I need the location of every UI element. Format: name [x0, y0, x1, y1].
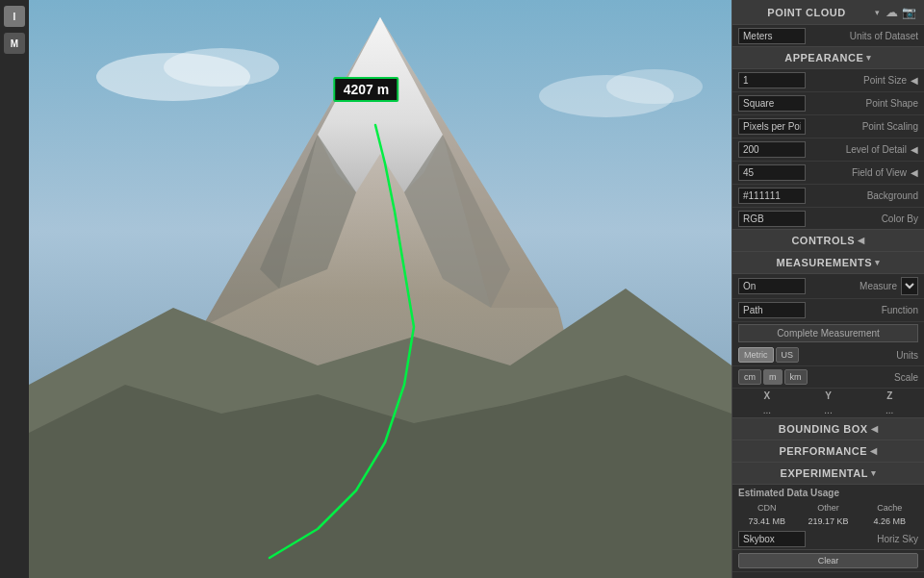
fov-row: Field of View ◀	[732, 162, 924, 185]
point-size-arrow[interactable]: ◀	[911, 75, 918, 86]
x-value: ...	[738, 405, 796, 415]
point-scaling-label: Point Scaling	[809, 121, 918, 132]
fov-label: Field of View	[809, 167, 907, 178]
point-shape-input[interactable]	[738, 95, 806, 112]
x-header: X	[738, 390, 796, 401]
lod-input[interactable]	[738, 141, 806, 158]
scale-km-btn[interactable]: km	[784, 369, 808, 385]
controls-arrow: ◀	[858, 236, 865, 245]
experimental-header[interactable]: EXPERIMENTAL ▾	[732, 463, 924, 485]
elevation-label: 4207 m	[334, 77, 398, 102]
xyz-header: X Y Z	[732, 389, 924, 403]
point-size-label: Point Size	[809, 75, 907, 86]
svg-point-4	[606, 69, 703, 104]
svg-marker-9	[380, 17, 558, 308]
bounding-box-header[interactable]: BOUNDING BOX ◀	[732, 418, 924, 440]
point-cloud-header: POINT CLOUD	[740, 7, 873, 18]
data-usage-labels: CDN Other Cache	[732, 501, 924, 515]
scale-label: Scale	[811, 372, 919, 383]
function-label: Function	[809, 305, 918, 315]
clear-btn[interactable]: Clear	[738, 553, 918, 568]
svg-marker-7	[404, 135, 510, 308]
clear-row: Clear	[732, 550, 924, 572]
scale-cm-btn[interactable]: cm	[738, 369, 761, 385]
svg-marker-6	[318, 17, 443, 192]
data-usage-values: 73.41 MB 219.17 KB 4.26 MB	[732, 515, 924, 528]
scale-row: cm m km Scale	[732, 366, 924, 389]
svg-marker-8	[260, 135, 356, 289]
z-header: Z	[860, 390, 918, 401]
measurements-arrow: ▾	[875, 258, 881, 267]
function-row: Function	[732, 299, 924, 322]
svg-marker-11	[29, 289, 732, 578]
controls-header[interactable]: CONTROLS ◀	[732, 230, 924, 252]
scale-m-btn[interactable]: m	[763, 369, 783, 385]
lod-label: Level of Detail	[809, 144, 907, 155]
left-toolbar: I M	[0, 0, 29, 578]
measure-on-row: Measure ▾	[732, 274, 924, 299]
data-usage-header: Estimated Data Usage	[732, 485, 924, 501]
toolbar-btn-i[interactable]: I	[4, 6, 25, 27]
point-scaling-input[interactable]	[738, 118, 806, 135]
units-label: Units of Dataset	[809, 31, 918, 41]
units-toggle-row: Metric US Units	[732, 344, 924, 366]
metric-btn[interactable]: Metric	[738, 347, 774, 363]
bounding-box-arrow: ◀	[871, 424, 879, 434]
svg-marker-10	[202, 17, 380, 327]
cloud-icon[interactable]: ☁	[886, 5, 898, 19]
background-row: Background	[732, 185, 924, 208]
other-value: 219.17 KB	[800, 516, 858, 526]
right-panel: POINT CLOUD ▾ ☁ 📷 Units of Dataset APPEA…	[732, 0, 924, 578]
horiz-sky-input[interactable]	[738, 531, 806, 547]
horiz-sky-label: Horiz Sky	[809, 534, 918, 544]
performance-header[interactable]: PERFORMANCE ◀	[732, 440, 924, 463]
y-value: ...	[800, 405, 858, 415]
cache-value: 4.26 MB	[860, 516, 918, 526]
fov-arrow[interactable]: ◀	[911, 167, 918, 178]
color-by-row: Color By	[732, 208, 924, 230]
background-input[interactable]	[738, 188, 806, 204]
appearance-header[interactable]: APPEARANCE ▾	[732, 47, 924, 69]
performance-arrow: ◀	[870, 446, 878, 456]
z-value: ...	[860, 405, 918, 415]
point-size-row: Point Size ◀	[732, 69, 924, 92]
point-shape-row: Point Shape	[732, 92, 924, 115]
experimental-arrow: ▾	[871, 468, 877, 478]
color-by-label: Color By	[809, 214, 918, 224]
svg-point-3	[539, 75, 674, 117]
measurements-header[interactable]: MEASUREMENTS ▾	[732, 252, 924, 274]
point-cloud-arrow: ▾	[875, 8, 880, 17]
us-btn[interactable]: US	[776, 347, 800, 363]
y-header: Y	[800, 390, 858, 401]
point-size-input[interactable]	[738, 72, 806, 88]
fov-input[interactable]	[738, 164, 806, 181]
main-viewport[interactable]: 4207 m	[29, 0, 732, 578]
svg-marker-12	[29, 375, 732, 578]
cdn-value: 73.41 MB	[738, 516, 796, 526]
point-shape-label: Point Shape	[809, 98, 918, 109]
cache-label: Cache	[860, 503, 918, 513]
background-label: Background	[809, 190, 918, 201]
color-by-input[interactable]	[738, 211, 806, 227]
measure-select[interactable]: ▾	[901, 277, 918, 295]
function-input[interactable]	[738, 302, 806, 318]
measure-label: Measure	[809, 281, 897, 291]
xyz-values: ... ... ...	[732, 403, 924, 418]
measure-input[interactable]	[738, 278, 806, 294]
svg-point-2	[164, 48, 279, 87]
units-row: Units of Dataset	[732, 25, 924, 47]
lod-arrow[interactable]: ◀	[911, 144, 918, 155]
camera-icon[interactable]: 📷	[902, 6, 916, 19]
level-of-detail-row: Level of Detail ◀	[732, 138, 924, 162]
units-toggle-label: Units	[803, 350, 918, 361]
horiz-sky-row: Horiz Sky	[732, 528, 924, 550]
point-scaling-row: Point Scaling	[732, 115, 924, 138]
toolbar-btn-m[interactable]: M	[4, 33, 25, 54]
cdn-label: CDN	[738, 503, 796, 513]
other-label: Other	[800, 503, 858, 513]
svg-point-1	[96, 53, 250, 101]
appearance-arrow: ▾	[866, 53, 872, 63]
units-input[interactable]	[738, 28, 806, 44]
complete-measurement-btn[interactable]: Complete Measurement	[738, 324, 918, 342]
